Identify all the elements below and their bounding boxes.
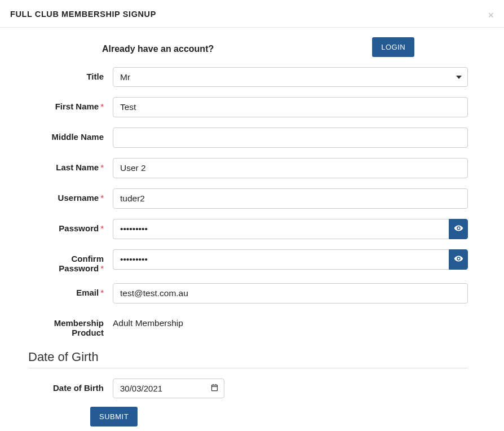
row-date-of-birth: Date of Birth xyxy=(28,379,468,398)
close-icon[interactable]: × xyxy=(488,10,494,20)
form-scroll-pane[interactable]: Already have an account? LOGIN Title Mr … xyxy=(0,28,496,402)
label-last-name: Last Name* xyxy=(28,158,107,172)
label-first-name: First Name* xyxy=(28,97,107,111)
row-email: Email* xyxy=(28,283,468,304)
row-membership-product: Membership Product Adult Membership xyxy=(28,314,468,337)
signup-form: Already have an account? LOGIN Title Mr … xyxy=(28,37,468,402)
account-prompt-text: Already have an account? xyxy=(28,41,288,54)
label-title: Title xyxy=(28,67,107,81)
row-username: Username* xyxy=(28,188,468,209)
row-last-name: Last Name* xyxy=(28,158,468,178)
label-username: Username* xyxy=(28,188,107,203)
row-first-name: First Name* xyxy=(28,97,468,117)
label-date-of-birth: Date of Birth xyxy=(28,379,107,393)
login-button[interactable]: LOGIN xyxy=(372,37,414,57)
last-name-input[interactable] xyxy=(113,158,468,178)
eye-icon xyxy=(454,223,463,235)
login-button-wrap: LOGIN xyxy=(288,37,468,57)
membership-product-value: Adult Membership xyxy=(113,314,183,328)
first-name-input[interactable] xyxy=(113,97,468,117)
eye-icon xyxy=(454,254,463,266)
username-input[interactable] xyxy=(113,188,468,209)
modal-header: FULL CLUB MEMBERSHIP SIGNUP × xyxy=(0,0,504,28)
label-middle-name: Middle Name xyxy=(28,127,107,142)
section-heading-dob: Date of Girth xyxy=(28,350,468,368)
account-prompt-row: Already have an account? LOGIN xyxy=(28,37,468,57)
middle-name-input[interactable] xyxy=(113,127,468,148)
show-password-button[interactable] xyxy=(449,219,468,239)
password-input[interactable] xyxy=(113,219,449,239)
row-title: Title Mr xyxy=(28,67,468,87)
modal-footer: SUBMIT xyxy=(0,402,504,431)
row-password: Password* xyxy=(28,219,468,239)
email-input[interactable] xyxy=(113,283,468,304)
label-email: Email* xyxy=(28,283,107,297)
show-confirm-password-button[interactable] xyxy=(449,249,468,270)
modal-title: FULL CLUB MEMBERSHIP SIGNUP xyxy=(10,10,156,19)
confirm-password-input[interactable] xyxy=(113,249,449,270)
label-membership-product: Membership Product xyxy=(28,314,107,337)
label-confirm-password: Confirm Password* xyxy=(28,249,107,273)
submit-button[interactable]: SUBMIT xyxy=(90,407,138,426)
title-select[interactable]: Mr xyxy=(113,67,468,87)
row-confirm-password: Confirm Password* xyxy=(28,249,468,273)
row-middle-name: Middle Name xyxy=(28,127,468,148)
label-password: Password* xyxy=(28,219,107,233)
date-of-birth-input[interactable] xyxy=(113,379,224,398)
